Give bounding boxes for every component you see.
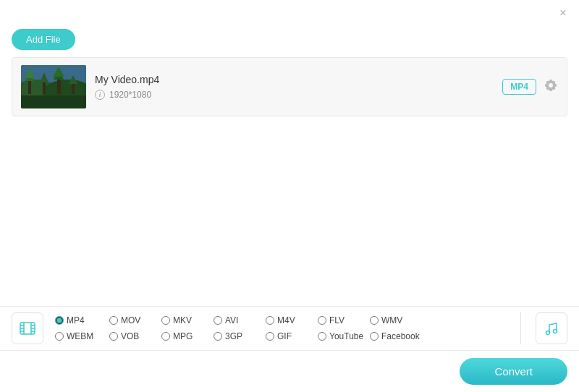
format-option-mkv[interactable]: MKV: [161, 314, 214, 327]
file-meta: i 1920*1080: [95, 90, 494, 100]
close-button[interactable]: ×: [556, 6, 570, 20]
convert-row: Convert: [0, 351, 579, 392]
svg-point-25: [554, 330, 557, 333]
format-option-gif[interactable]: GIF: [266, 330, 318, 343]
format-option-m4v[interactable]: M4V: [266, 314, 318, 327]
svg-rect-4: [28, 80, 31, 94]
settings-icon[interactable]: [544, 78, 558, 96]
toolbar: Add File: [0, 26, 579, 57]
format-options: MP4 MOV MKV AVI: [0, 307, 579, 351]
add-file-button[interactable]: Add File: [12, 29, 75, 50]
audio-format-tab[interactable]: [536, 312, 567, 344]
svg-rect-9: [57, 78, 61, 94]
format-option-mp4[interactable]: MP4: [55, 314, 109, 327]
file-actions: MP4: [502, 78, 558, 96]
svg-rect-12: [72, 82, 75, 94]
info-icon: i: [95, 90, 105, 100]
format-option-webm[interactable]: WEBM: [55, 330, 109, 343]
format-option-avi[interactable]: AVI: [214, 314, 266, 327]
format-option-mov[interactable]: MOV: [109, 314, 161, 327]
format-option-mpg[interactable]: MPG: [161, 330, 214, 343]
format-option-3gp[interactable]: 3GP: [214, 330, 266, 343]
format-bar: MP4 MOV MKV AVI: [0, 306, 579, 392]
file-info: My Video.mp4 i 1920*1080: [95, 74, 494, 100]
title-bar: ×: [0, 0, 579, 26]
file-resolution: 1920*1080: [109, 90, 151, 100]
svg-rect-14: [21, 95, 86, 108]
format-option-vob[interactable]: VOB: [109, 330, 161, 343]
format-option-wmv[interactable]: WMV: [370, 314, 422, 327]
app-window: × Add File: [0, 0, 579, 392]
format-option-youtube[interactable]: YouTube: [318, 330, 370, 343]
video-format-tab[interactable]: [12, 312, 43, 344]
format-option-facebook[interactable]: Facebook: [370, 330, 422, 343]
svg-rect-7: [43, 81, 46, 94]
format-option-flv[interactable]: FLV: [318, 314, 370, 327]
format-badge[interactable]: MP4: [502, 79, 536, 95]
file-list-item: My Video.mp4 i 1920*1080 MP4: [12, 57, 567, 116]
file-name: My Video.mp4: [95, 74, 494, 85]
convert-button[interactable]: Convert: [460, 358, 567, 385]
video-thumbnail: [21, 65, 86, 108]
svg-point-24: [546, 331, 550, 335]
